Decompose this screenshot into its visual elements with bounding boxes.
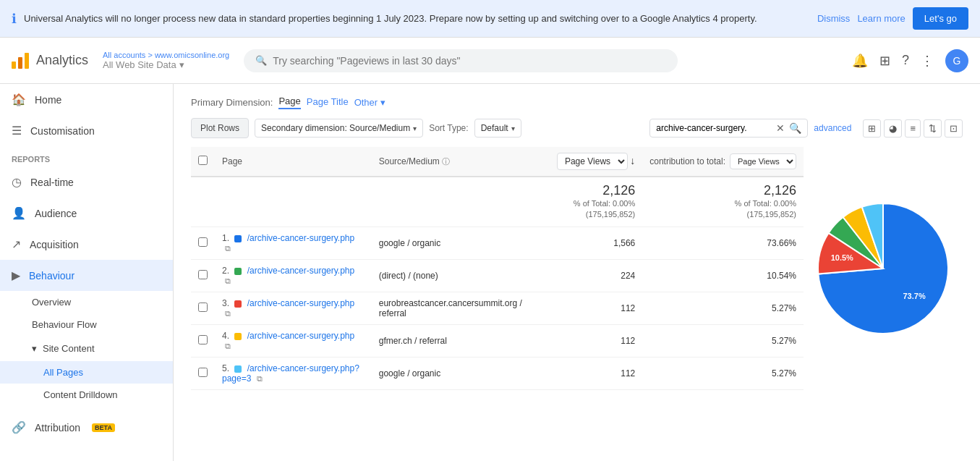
filter-search-icon[interactable]: 🔍: [789, 122, 801, 134]
filter-clear-icon[interactable]: ✕: [776, 122, 785, 134]
row-copy-icon-4[interactable]: ⧉: [257, 374, 263, 383]
main-content: Primary Dimension: Page Page Title Other…: [174, 84, 980, 461]
th-page-views[interactable]: Page Views ↓: [550, 147, 642, 177]
th-contribution: contribution to total: Page Views: [642, 147, 804, 177]
primary-dim-other[interactable]: Other ▾: [354, 97, 385, 108]
sidebar-item-realtime[interactable]: ◷ Real-time: [0, 166, 173, 198]
row-source-3: gfmer.ch / referral: [372, 324, 550, 357]
sidebar-item-behaviour[interactable]: ▶ Behaviour: [0, 260, 173, 291]
sort-type-dropdown[interactable]: Default ▾: [474, 119, 521, 138]
row-copy-icon-2[interactable]: ⧉: [225, 309, 231, 318]
view-pivot-icon[interactable]: ⊡: [945, 119, 963, 138]
sidebar-site-content-row[interactable]: ▾ Site Content: [0, 336, 173, 361]
sidebar-item-acquisition[interactable]: ↗ Acquisition: [0, 229, 173, 260]
total-page-views-cell: 2,126 % of Total: 0.00% (175,195,852): [550, 177, 642, 227]
realtime-icon: ◷: [12, 175, 22, 189]
row-copy-icon-3[interactable]: ⧉: [225, 342, 231, 350]
row-checkbox-1[interactable]: [198, 270, 208, 279]
logo-icon: [12, 53, 29, 69]
select-all-checkbox[interactable]: [198, 156, 208, 165]
row-pv-3: 112: [550, 324, 642, 357]
row-checkbox-3[interactable]: [198, 335, 208, 344]
secondary-dim-dropdown[interactable]: Secondary dimension: Source/Medium ▾: [255, 119, 423, 138]
row-color-4: [234, 365, 242, 373]
search-icon: 🔍: [255, 55, 267, 66]
avatar[interactable]: G: [945, 49, 968, 72]
dismiss-button[interactable]: Dismiss: [817, 13, 851, 24]
table-row: 1. /archive-cancer-surgery.php ⧉ google …: [191, 227, 804, 259]
row-color-1: [234, 268, 242, 275]
app-title: Analytics: [36, 53, 88, 68]
row-page-link-3[interactable]: /archive-cancer-surgery.php: [247, 331, 355, 341]
row-copy-icon-1[interactable]: ⧉: [225, 276, 231, 285]
expand-arrow-icon: ▾: [32, 343, 37, 354]
search-input[interactable]: [273, 55, 666, 67]
audience-icon: 👤: [12, 206, 26, 220]
behaviour-icon: ▶: [12, 268, 20, 282]
property-name[interactable]: All Web Site Data ▾: [103, 59, 229, 70]
property-dropdown-icon[interactable]: ▾: [179, 59, 184, 70]
row-contrib-2: 5.27%: [642, 292, 804, 324]
contribution-select[interactable]: Page Views: [730, 153, 796, 169]
sidebar-site-content-label: Site Content: [43, 343, 95, 354]
row-copy-icon-0[interactable]: ⧉: [225, 244, 231, 253]
learn-more-link[interactable]: Learn more: [857, 13, 905, 24]
sidebar-item-content-drilldown[interactable]: Content Drilldown: [0, 384, 173, 406]
row-num-4: 5.: [222, 363, 229, 373]
banner-text: Universal Analytics will no longer proce…: [24, 12, 803, 26]
view-compare-icon[interactable]: ⇅: [924, 119, 942, 138]
primary-dim-page-title[interactable]: Page Title: [307, 96, 349, 109]
page-views-select[interactable]: Page Views: [557, 153, 628, 170]
attribution-icon: 🔗: [12, 420, 26, 434]
apps-icon[interactable]: ⊞: [879, 53, 890, 69]
sidebar-item-all-pages[interactable]: All Pages: [0, 361, 173, 384]
view-pie-icon[interactable]: ◕: [884, 119, 902, 138]
row-page-link-1[interactable]: /archive-cancer-surgery.php: [247, 266, 355, 276]
search-filter[interactable]: ✕ 🔍: [649, 119, 808, 138]
row-page-1: 2. /archive-cancer-surgery.php ⧉: [215, 259, 372, 292]
sidebar-realtime-label: Real-time: [30, 177, 74, 188]
sidebar-item-customisation[interactable]: ☰ Customisation: [0, 115, 173, 146]
row-pv-2: 112: [550, 292, 642, 324]
primary-dim-label: Primary Dimension:: [191, 97, 273, 108]
sort-arrow-icon: ▾: [511, 124, 515, 132]
primary-dim-page[interactable]: Page: [278, 96, 300, 109]
header-icons: 🔔 ⊞ ? ⋮ G: [852, 49, 968, 72]
advanced-link[interactable]: advanced: [814, 123, 851, 133]
sidebar-attribution-label: Attribution: [35, 422, 80, 433]
plot-rows-button[interactable]: Plot Rows: [191, 118, 249, 138]
secondary-dim-arrow-icon: ▾: [413, 124, 417, 132]
notifications-icon[interactable]: 🔔: [852, 53, 868, 69]
sidebar-item-audience[interactable]: 👤 Audience: [0, 198, 173, 229]
row-pv-4: 112: [550, 357, 642, 389]
row-checkbox-2[interactable]: [198, 303, 208, 312]
pie-chart: 73.7%10.5%: [811, 196, 955, 341]
row-num-0: 1.: [222, 233, 229, 243]
help-icon[interactable]: ?: [902, 53, 909, 68]
row-checkbox-0[interactable]: [198, 237, 208, 247]
toolbar: Plot Rows Secondary dimension: Source/Me…: [191, 118, 963, 138]
sidebar-item-behaviour-flow[interactable]: Behaviour Flow: [0, 313, 173, 336]
sidebar-item-home[interactable]: 🏠 Home: [0, 84, 173, 115]
table-row: 4. /archive-cancer-surgery.php ⧉ gfmer.c…: [191, 324, 804, 357]
letsgo-button[interactable]: Let's go: [913, 7, 968, 30]
search-bar[interactable]: 🔍: [244, 49, 678, 72]
more-options-icon[interactable]: ⋮: [921, 53, 934, 69]
th-page: Page: [215, 147, 372, 177]
row-color-3: [234, 333, 242, 340]
view-grid-icon[interactable]: ⊞: [863, 119, 881, 138]
row-page-link-0[interactable]: /archive-cancer-surgery.php: [247, 233, 355, 243]
view-table-icon[interactable]: ≡: [905, 119, 921, 138]
sidebar-item-overview[interactable]: Overview: [0, 291, 173, 313]
row-page-link-4[interactable]: /archive-cancer-surgery.php?page=3: [222, 363, 359, 384]
site-link[interactable]: www.omicsonline.org: [155, 51, 229, 59]
all-accounts-link[interactable]: All accounts: [103, 51, 145, 59]
sidebar-acquisition-label: Acquisition: [30, 239, 79, 250]
row-page-0: 1. /archive-cancer-surgery.php ⧉: [215, 227, 372, 259]
source-medium-info-icon: ⓘ: [442, 157, 450, 166]
row-checkbox-4[interactable]: [198, 368, 208, 377]
sort-type-label: Sort Type:: [429, 123, 468, 133]
sidebar-item-attribution[interactable]: 🔗 Attribution BETA: [0, 412, 173, 443]
filter-input[interactable]: [656, 123, 772, 133]
row-page-link-2[interactable]: /archive-cancer-surgery.php: [247, 298, 355, 308]
